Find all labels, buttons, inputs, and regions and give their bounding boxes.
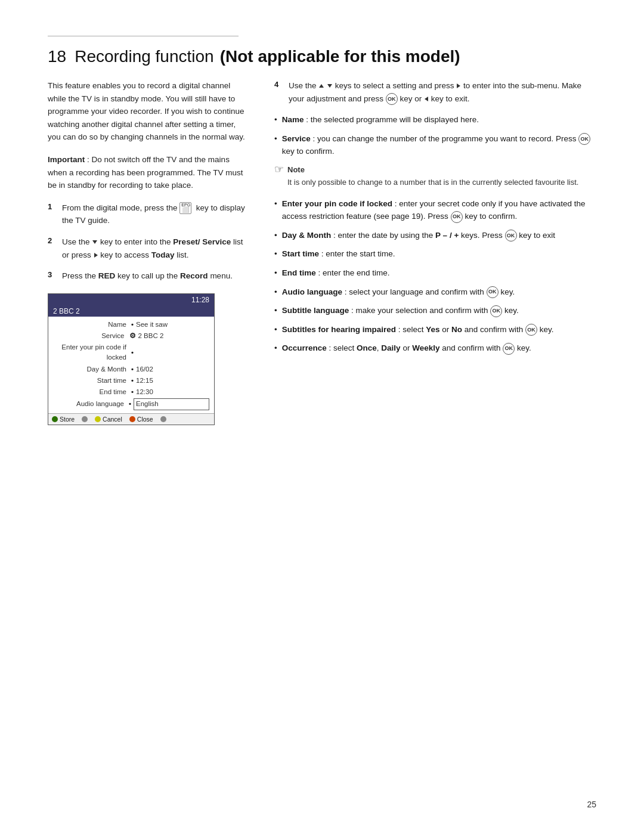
tv-footer-dot2 xyxy=(160,416,166,422)
step-1-text: From the digital mode, press the EPG ⬜ k… xyxy=(62,202,250,227)
step-4-number: 4 xyxy=(274,80,286,105)
bullet-pin: Enter your pin code if locked : enter yo… xyxy=(274,197,596,223)
important-paragraph: Important : Do not switch off the TV and… xyxy=(48,153,250,192)
bullet-subtitle-lang: Subtitle language : make your selection … xyxy=(274,304,596,317)
epg-icon: EPG ⬜ xyxy=(179,202,191,214)
ok-button-pin: OK xyxy=(451,211,463,223)
bullet-service: Service : you can change the number of t… xyxy=(274,132,596,158)
tv-footer: Store Cancel Close xyxy=(48,413,214,425)
tv-footer-dot1 xyxy=(82,416,88,422)
tv-channel-bar: 2 BBC 2 xyxy=(48,306,214,317)
step-4-text: Use the keys to select a setting and pre… xyxy=(289,79,596,105)
green-dot xyxy=(52,416,58,422)
ok-button-occurrence: OK xyxy=(503,343,515,355)
tv-footer-store: Store xyxy=(52,416,75,423)
note-box: ☞ Note It is only possible to change to … xyxy=(274,164,596,189)
tv-footer-cancel: Cancel xyxy=(95,416,122,423)
red-dot xyxy=(129,416,135,422)
yellow-dot xyxy=(95,416,101,422)
left-column: This feature enables you to record a dig… xyxy=(48,79,250,431)
tv-row-end: End time • 12:30 xyxy=(48,386,214,398)
bullet-hearing-impaired: Subtitles for hearing impaired : select … xyxy=(274,323,596,336)
tv-row-start-value: 12:15 xyxy=(136,376,209,386)
section-title: Recording function xyxy=(75,47,213,66)
ok-button-subtitle: OK xyxy=(490,305,502,317)
tv-time: 11:28 xyxy=(191,296,209,304)
tv-row-service-label: Service xyxy=(53,331,127,341)
tv-row-day-value: 16/02 xyxy=(136,364,209,374)
note-title: Note xyxy=(287,165,305,174)
step-1-number: 1 xyxy=(48,202,58,211)
step-3-text: Press the RED key to call up the Record … xyxy=(62,270,233,283)
tv-row-name-value: See it saw xyxy=(136,320,209,330)
step-2-text: Use the key to enter into the Preset/ Se… xyxy=(62,236,250,261)
tv-row-service-value: 2 BBC 2 xyxy=(138,331,210,341)
bullet-day-month: Day & Month : enter the date by using th… xyxy=(274,229,596,242)
tv-channel: 2 BBC 2 xyxy=(53,307,80,315)
bullet-name: Name : the selected programme will be di… xyxy=(274,113,596,126)
note-icon: ☞ xyxy=(274,163,284,176)
note-text: It is only possible to change to a numbe… xyxy=(287,178,578,187)
step-1: 1 From the digital mode, press the EPG ⬜… xyxy=(48,202,250,227)
tv-row-start: Start time • 12:15 xyxy=(48,375,214,386)
tv-row-day: Day & Month • 16/02 xyxy=(48,364,214,375)
ok-button-day: OK xyxy=(505,230,517,241)
section-number: 18 xyxy=(48,47,66,66)
bullet-end-time: End time : enter the end time. xyxy=(274,267,596,280)
bullet-list-1: Name : the selected programme will be di… xyxy=(274,113,596,158)
tv-row-audio: Audio language • English xyxy=(48,398,214,410)
section-header: 18 Recording function (Not applicable fo… xyxy=(48,47,596,66)
step-3: 3 Press the RED key to call up the Recor… xyxy=(48,270,250,283)
bullet-occurrence: Occurrence : select Once, Daily or Weekl… xyxy=(274,342,596,355)
step-2-number: 2 xyxy=(48,236,58,245)
step-2: 2 Use the key to enter into the Preset/ … xyxy=(48,236,250,261)
tv-row-name: Name • See it saw xyxy=(48,319,214,330)
bullet-start-time: Start time : enter the start time. xyxy=(274,247,596,261)
tv-row-audio-value: English xyxy=(134,398,209,410)
tv-row-end-label: End time xyxy=(53,387,129,397)
tv-row-pin-label: Enter your pin code if locked xyxy=(53,342,129,363)
tv-header-bar: 11:28 xyxy=(48,294,214,306)
bullet-list-2: Enter your pin code if locked : enter yo… xyxy=(274,197,596,355)
right-column: 4 Use the keys to select a setting and p… xyxy=(274,79,596,431)
note-content: Note It is only possible to change to a … xyxy=(287,164,578,189)
gray-dot-2 xyxy=(160,416,166,422)
tv-row-day-label: Day & Month xyxy=(53,364,129,374)
gray-dot-1 xyxy=(82,416,88,422)
tv-row-audio-label: Audio language xyxy=(53,399,126,409)
ok-button-audio: OK xyxy=(487,286,499,298)
top-rule xyxy=(48,36,239,36)
step-3-number: 3 xyxy=(48,270,58,279)
two-column-layout: This feature enables you to record a dig… xyxy=(48,79,596,431)
tv-row-start-label: Start time xyxy=(53,376,129,386)
ok-button-hearing: OK xyxy=(525,324,537,336)
step-4: 4 Use the keys to select a setting and p… xyxy=(274,79,596,105)
tv-footer-close: Close xyxy=(129,416,153,423)
ok-button-service: OK xyxy=(578,133,590,145)
tv-row-pin: Enter your pin code if locked • xyxy=(48,342,214,364)
cancel-label: Cancel xyxy=(103,416,122,423)
page-container: 18 Recording function (Not applicable fo… xyxy=(0,0,644,833)
tv-row-end-value: 12:30 xyxy=(136,387,209,397)
close-label: Close xyxy=(137,416,153,423)
tv-row-service: Service ⚙ 2 BBC 2 xyxy=(48,330,214,342)
ok-button-step4: OK xyxy=(386,93,398,105)
tv-row-name-label: Name xyxy=(53,320,129,330)
intro-paragraph: This feature enables you to record a dig… xyxy=(48,79,250,144)
store-label: Store xyxy=(60,416,75,423)
bullet-audio-lang: Audio language : select your language an… xyxy=(274,286,596,299)
tv-screen: 11:28 2 BBC 2 Name • See it saw Service … xyxy=(48,293,215,425)
tv-body: Name • See it saw Service ⚙ 2 BBC 2 Ente… xyxy=(48,317,214,413)
page-number: 25 xyxy=(587,800,596,809)
section-subtitle: (Not applicable for this model) xyxy=(220,47,460,66)
